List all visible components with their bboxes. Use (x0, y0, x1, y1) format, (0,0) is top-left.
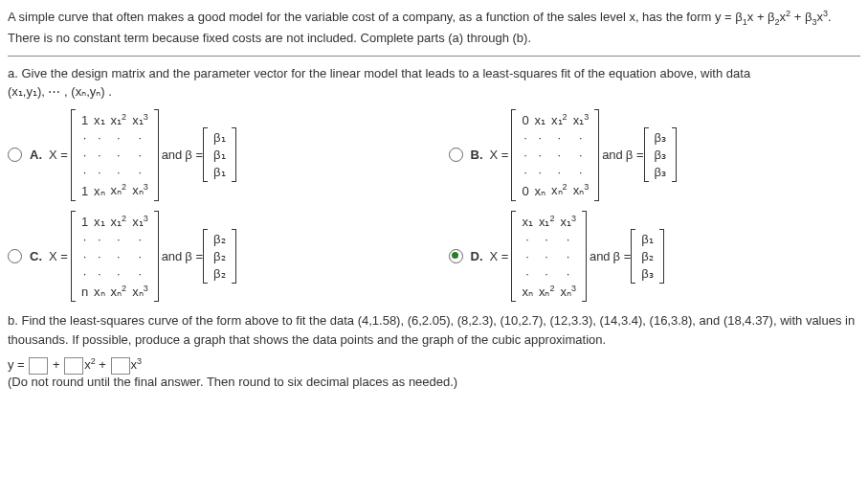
coef1-input[interactable] (29, 357, 48, 375)
radio-c[interactable] (8, 249, 22, 263)
part-b-prompt: b. Find the least-squares curve of the f… (8, 311, 860, 349)
rounding-note: (Do not round until the final answer. Th… (8, 375, 860, 389)
radio-b[interactable] (449, 148, 463, 162)
radio-d[interactable] (449, 249, 463, 263)
coef3-input[interactable] (111, 357, 130, 375)
beta-vector-c: β₂ β₂ β₂ (203, 229, 235, 284)
option-a[interactable]: A. X = 1x₁x₁2x₁3 ···· ···· ···· 1xₙxₙ2xₙ… (8, 109, 420, 201)
beta-vector-a: β₁ β₁ β₁ (203, 127, 235, 182)
design-matrix-c: 1x₁x₁2x₁3 ···· ···· ···· nxₙxₙ2xₙ3 (71, 211, 159, 303)
intro-text-2: There is no constant term because fixed … (8, 31, 531, 45)
intro-text: A simple curve that often makes a good m… (8, 10, 743, 24)
divider (8, 56, 860, 57)
label-c: C. (30, 249, 42, 263)
part-a-prompt: a. Give the design matrix and the parame… (8, 64, 860, 102)
option-c[interactable]: C. X = 1x₁x₁2x₁3 ···· ···· ···· nxₙxₙ2xₙ… (8, 211, 420, 303)
option-b[interactable]: B. X = 0x₁x₁2x₁3 ···· ···· ···· 0xₙxₙ2xₙ… (449, 109, 861, 201)
problem-intro: A simple curve that often makes a good m… (8, 8, 860, 48)
beta-vector-d: β₁ β₂ β₃ (631, 229, 663, 284)
beta-vector-b: β₃ β₃ β₃ (644, 127, 677, 182)
options-grid: A. X = 1x₁x₁2x₁3 ···· ···· ···· 1xₙxₙ2xₙ… (8, 109, 860, 302)
label-d: D. (471, 249, 483, 263)
answer-equation: y = + x2 + x3 (8, 356, 860, 375)
design-matrix-a: 1x₁x₁2x₁3 ···· ···· ···· 1xₙxₙ2xₙ3 (71, 109, 159, 201)
label-a: A. (30, 148, 42, 162)
design-matrix-d: x₁x₁2x₁3 ··· ··· ··· xₙxₙ2xₙ3 (511, 211, 587, 303)
label-b: B. (471, 148, 483, 162)
option-d[interactable]: D. X = x₁x₁2x₁3 ··· ··· ··· xₙxₙ2xₙ3 and… (449, 211, 861, 303)
coef2-input[interactable] (64, 357, 83, 375)
radio-a[interactable] (8, 148, 22, 162)
design-matrix-b: 0x₁x₁2x₁3 ···· ···· ···· 0xₙxₙ2xₙ3 (511, 109, 599, 201)
